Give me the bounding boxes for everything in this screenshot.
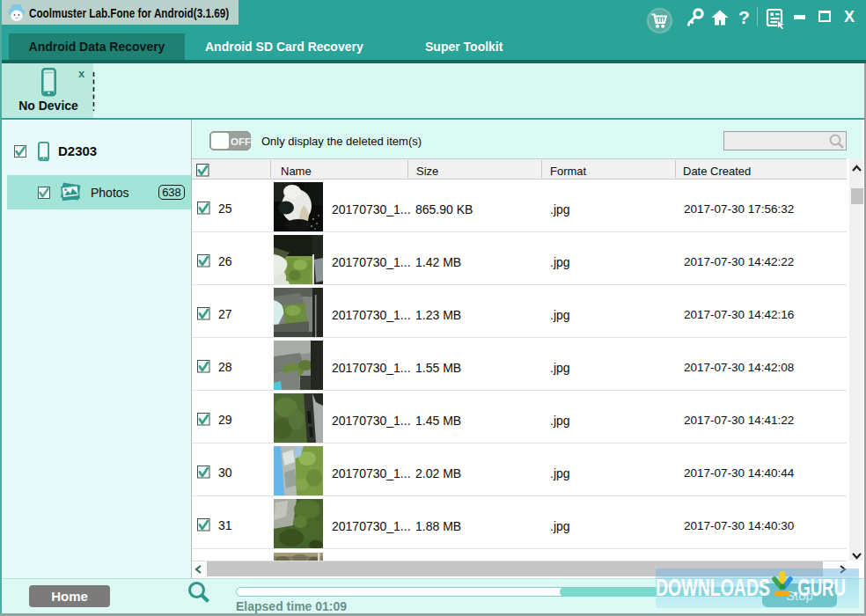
svg-text:DOWNLOADS: DOWNLOADS (656, 574, 770, 601)
svg-text:OFF: OFF (231, 136, 251, 147)
svg-text:.GURU: .GURU (793, 574, 846, 601)
